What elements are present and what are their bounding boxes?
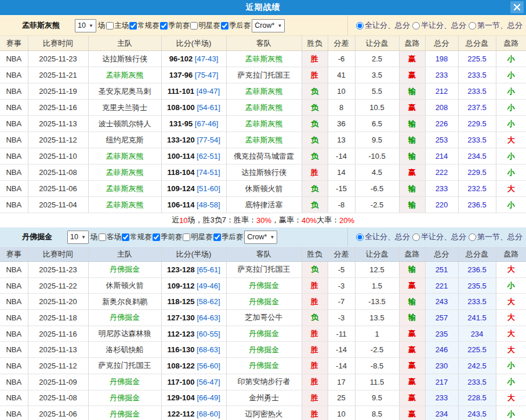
- checkbox-label: 季前赛: [161, 232, 183, 242]
- col-win-loss: 胜负: [302, 247, 328, 262]
- mode-radio[interactable]: 第一节、总分: [469, 20, 523, 31]
- date-cell: 2025-11-13: [28, 342, 88, 358]
- radio-input[interactable]: [356, 22, 364, 30]
- total-line-cell: 241.5: [458, 310, 496, 326]
- handicap-result-cell: 输: [399, 116, 425, 132]
- checkbox-input[interactable]: [183, 233, 190, 241]
- filter-checkbox[interactable]: 客场: [98, 232, 121, 242]
- checkbox-input[interactable]: [221, 22, 228, 30]
- score-cell: 100-114 [62-51]: [161, 148, 226, 165]
- date-cell: 2025-11-08: [28, 390, 88, 406]
- checkbox-input[interactable]: [213, 233, 221, 241]
- league-cell: NBA: [0, 262, 28, 278]
- games-count-select[interactable]: 10 ▼: [67, 231, 89, 244]
- radio-input[interactable]: [469, 233, 476, 241]
- summary-segment: 20%: [339, 216, 354, 225]
- point-diff-cell: 8: [328, 100, 355, 116]
- checkbox-input[interactable]: [106, 22, 114, 30]
- filter-checkbox[interactable]: 季后赛: [213, 232, 244, 242]
- filter-checkbox[interactable]: 常规赛: [129, 21, 159, 31]
- table-row: NBA2025-11-13洛杉矶快船116-130 [68-63]丹佛掘金胜-1…: [0, 342, 526, 358]
- source-select[interactable]: Crow* ▼: [244, 231, 277, 244]
- score-cell: 118-125 [58-62]: [161, 294, 226, 310]
- filter-checkbox[interactable]: 主场: [106, 21, 129, 31]
- checkbox-input[interactable]: [190, 22, 198, 30]
- mode-radio[interactable]: 全让分、总分: [356, 232, 410, 242]
- games-count-value: 10: [78, 21, 86, 30]
- radio-label: 全让分、总分: [365, 20, 410, 31]
- close-button[interactable]: [510, 1, 524, 13]
- col-away: 客队: [226, 36, 302, 51]
- col-point-diff: 分差: [328, 36, 355, 51]
- win-loss-cell: 负: [302, 197, 328, 213]
- checkbox-input[interactable]: [99, 233, 106, 241]
- radio-input[interactable]: [412, 22, 420, 30]
- mode-radio[interactable]: 第一节、总分: [469, 232, 523, 242]
- over-under-cell: 大: [496, 132, 526, 148]
- home-team-cell: 丹佛掘金: [88, 390, 161, 406]
- league-cell: NBA: [0, 148, 28, 165]
- caret-down-icon: ▼: [89, 23, 93, 28]
- checkbox-input[interactable]: [122, 233, 129, 241]
- summary-segment: 场，胜3负7：胜率：: [187, 215, 256, 225]
- total-points-cell: 230: [425, 358, 458, 374]
- team-name: 丹佛掘金: [22, 232, 52, 242]
- win-loss-cell: 负: [302, 262, 328, 278]
- win-loss-cell: 胜: [302, 326, 328, 342]
- home-team-cell: 萨克拉门托国王: [88, 358, 161, 374]
- home-team-cell: 休斯顿火箭: [88, 277, 161, 294]
- win-loss-cell: 胜: [302, 51, 328, 67]
- filterbar: 丹佛掘金 10 ▼ 场 客场常规赛季前赛明星赛季后赛 Crow* ▼ 全让分、总…: [0, 227, 526, 246]
- filter-checkbox[interactable]: 明星赛: [190, 21, 220, 31]
- radio-input[interactable]: [412, 233, 420, 241]
- filter-checkbox[interactable]: 季后赛: [220, 21, 251, 31]
- away-team-cell: 金州勇士: [226, 390, 302, 406]
- radio-input[interactable]: [356, 233, 364, 241]
- date-cell: 2025-11-12: [28, 132, 88, 148]
- date-cell: 2025-11-20: [28, 294, 88, 310]
- table-row: NBA2025-11-12萨克拉门托国王108-122 [56-60]丹佛掘金胜…: [0, 358, 526, 374]
- away-team-cell: 底特律活塞: [226, 197, 302, 213]
- mode-radio[interactable]: 半让分、总分: [412, 20, 466, 31]
- filter-checkbox[interactable]: 季前赛: [152, 232, 183, 242]
- total-points-cell: 246: [425, 342, 458, 358]
- total-line-cell: 237.5: [458, 100, 496, 116]
- home-team-cell: 孟菲斯灰熊: [88, 67, 161, 83]
- checkbox-label: 客场: [107, 232, 121, 242]
- league-cell: NBA: [0, 358, 28, 374]
- mode-radio[interactable]: 全让分、总分: [356, 20, 410, 31]
- table-row: NBA2025-11-16明尼苏达森林狼112-123 [60-55]丹佛掘金胜…: [0, 326, 526, 342]
- games-count-select[interactable]: 10 ▼: [75, 19, 96, 32]
- radio-input[interactable]: [469, 22, 476, 30]
- league-cell: NBA: [0, 406, 28, 420]
- mode-radio[interactable]: 半让分、总分: [412, 232, 466, 242]
- source-select[interactable]: Crow* ▼: [252, 19, 285, 32]
- summary-segment: 近: [172, 215, 179, 225]
- table-row: NBA2025-11-16克里夫兰骑士108-100 [54-61]孟菲斯灰熊负…: [0, 100, 526, 116]
- games-label: 场: [98, 21, 106, 31]
- checkbox-input[interactable]: [153, 233, 160, 241]
- home-team-cell: 圣安东尼奥马刺: [88, 83, 161, 100]
- caret-down-icon: ▼: [270, 235, 274, 240]
- handicap-line-cell: 13.5: [355, 310, 399, 326]
- checkbox-input[interactable]: [129, 22, 137, 30]
- handicap-result-cell: 赢: [399, 342, 425, 358]
- checkbox-input[interactable]: [160, 22, 168, 30]
- filter-checkbox[interactable]: 常规赛: [121, 232, 152, 242]
- over-under-cell: 大: [496, 390, 526, 406]
- over-under-cell: 小: [496, 67, 526, 83]
- win-loss-cell: 胜: [302, 277, 328, 294]
- titlebar: 近期战绩: [0, 0, 526, 15]
- handicap-line-cell: 2.5: [355, 51, 399, 67]
- filter-checkbox[interactable]: 季前赛: [159, 21, 190, 31]
- handicap-result-cell: 赢: [399, 277, 425, 294]
- total-line-cell: 236.5: [458, 197, 496, 213]
- summary-segment: 40%: [302, 216, 317, 225]
- filter-checkbox[interactable]: 明星赛: [182, 232, 213, 242]
- checkbox-label: 明星赛: [191, 232, 213, 242]
- filter-left: 孟菲斯灰熊 10 ▼ 场 主场常规赛季前赛明星赛季后赛 Crow* ▼: [0, 16, 348, 35]
- table-header-row: 赛事 比赛时间 主队 比分(半场) 客队 胜负 分差 让分盘 盘路 总分 总分盘…: [0, 36, 526, 51]
- total-points-cell: 198: [425, 51, 458, 67]
- win-loss-cell: 胜: [302, 342, 328, 358]
- total-line-cell: 232.5: [458, 181, 496, 197]
